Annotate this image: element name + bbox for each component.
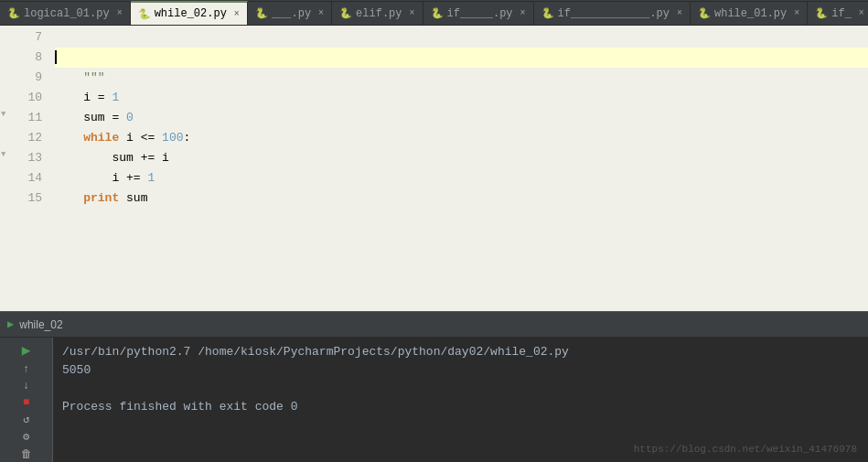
output-line-2: 5050 [62, 361, 859, 380]
code-line-12: while i <= 100: [55, 128, 868, 148]
tab-if1[interactable]: 🐍 if_____.py × [423, 1, 534, 25]
code-line-8 [55, 48, 868, 68]
output-container: /usr/bin/python2.7 /home/kiosk/PycharmPr… [53, 338, 868, 462]
kw-print: print [83, 191, 119, 205]
play-button[interactable]: ▶ [16, 341, 37, 360]
ident-i-13: i [162, 151, 169, 165]
code-line-7 [55, 27, 868, 48]
op-lte-12: <= [141, 131, 155, 145]
line-numbers: 7 8 9 10 11 12 13 14 15 [13, 26, 49, 311]
tab-blank[interactable]: 🐍 ___.py × [248, 1, 332, 25]
code-line-14: i += 1 [55, 168, 868, 188]
run-sidebar: ▶ ↑ ↓ ■ ↺ ⚙ 🗑 [0, 338, 53, 462]
code-content[interactable]: """ i = 1 sum = 0 while i <= 100: sum +=… [49, 26, 868, 311]
py-icon-if3: 🐍 [815, 7, 828, 19]
py-icon-active: 🐍 [138, 8, 151, 20]
num-1-10: 1 [112, 91, 119, 104]
close-icon-active[interactable]: × [234, 9, 240, 19]
close-icon-while01[interactable]: × [794, 8, 799, 18]
close-icon[interactable]: × [117, 8, 123, 18]
fold-arrow-14[interactable]: ▼ [1, 150, 5, 159]
run-output: /usr/bin/python2.7 /home/kiosk/PycharmPr… [53, 338, 868, 422]
close-icon-if1[interactable]: × [520, 8, 526, 18]
ident-i-12: i [126, 131, 134, 145]
tab-logical01[interactable]: 🐍 logical_01.py × [0, 1, 131, 25]
output-line-4: Process finished with exit code 0 [62, 398, 859, 416]
kw-while: while [83, 131, 119, 145]
editor-area: ▼ ▼ 7 8 9 10 11 12 13 14 15 """ i = 1 su… [0, 26, 868, 311]
bottom-panel: ▶ while_02 ▶ ↑ ↓ ■ ↺ ⚙ 🗑 /usr/bin/python… [0, 311, 868, 462]
rerun-button[interactable]: ↺ [16, 413, 37, 426]
ident-i-10: i [83, 91, 91, 104]
run-output-area: ▶ ↑ ↓ ■ ↺ ⚙ 🗑 /usr/bin/python2.7 /home/k… [0, 338, 868, 462]
py-icon-if2: 🐍 [541, 7, 554, 19]
num-1-14: 1 [147, 171, 155, 185]
close-icon-elif[interactable]: × [410, 8, 415, 18]
stop-button[interactable]: ■ [16, 396, 37, 409]
ident-sum-15: sum [126, 191, 147, 205]
line-num-13: 13 [13, 148, 42, 168]
line-num-10: 10 [13, 88, 42, 108]
string-token-9: """ [83, 70, 104, 84]
up-button[interactable]: ↑ [16, 363, 37, 376]
code-line-15: print sum [55, 188, 868, 209]
num-100-12: 100 [162, 131, 183, 145]
tab-if3[interactable]: 🐍 if_ × [808, 1, 868, 25]
py-icon: 🐍 [7, 7, 20, 19]
tab-while02[interactable]: 🐍 while_02.py × [131, 1, 248, 25]
output-line-1: /usr/bin/python2.7 /home/kiosk/PycharmPr… [62, 343, 859, 361]
watermark: https://blog.csdn.net/weixin_41476978 [634, 444, 857, 455]
py-icon-if1: 🐍 [431, 7, 444, 19]
line-num-14: 14 [13, 168, 42, 188]
trash-button[interactable]: 🗑 [16, 447, 37, 461]
num-0-11: 0 [126, 111, 134, 124]
line-num-15: 15 [13, 188, 42, 209]
ident-i-14: i [112, 171, 119, 185]
close-icon-blank[interactable]: × [318, 8, 324, 18]
close-icon-if2[interactable]: × [677, 8, 682, 18]
op-pluseq-13: += [141, 151, 155, 165]
py-icon-blank: 🐍 [255, 7, 268, 19]
op-eq-11: = [112, 111, 119, 124]
fold-gutter: ▼ ▼ [0, 26, 13, 311]
down-button[interactable]: ↓ [16, 380, 37, 392]
code-line-11: sum = 0 [55, 108, 868, 128]
ident-sum-11: sum [83, 111, 104, 124]
tab-while01[interactable]: 🐍 while_01.py × [691, 1, 808, 25]
op-eq-10: = [98, 91, 105, 104]
op-pluseq-14: += [126, 171, 141, 185]
line-num-12: 12 [13, 128, 42, 148]
tab-elif[interactable]: 🐍 elif.py × [332, 1, 423, 25]
line-num-7: 7 [13, 27, 42, 48]
code-line-13: sum += i [55, 148, 868, 168]
output-line-3 [62, 380, 859, 398]
text-cursor [55, 50, 57, 64]
tab-if2[interactable]: 🐍 if____________.py × [534, 1, 691, 25]
code-line-10: i = 1 [55, 88, 868, 108]
settings-button[interactable]: ⚙ [16, 430, 37, 444]
py-icon-while01: 🐍 [698, 7, 711, 19]
ident-sum-13: sum [112, 151, 133, 165]
fold-arrow-12[interactable]: ▼ [1, 110, 5, 119]
run-tab-bar: ▶ while_02 [0, 312, 868, 338]
run-tab-label[interactable]: while_02 [19, 318, 62, 331]
code-line-9: """ [55, 68, 868, 88]
line-num-11: 11 [13, 108, 42, 128]
op-colon-12: : [184, 131, 191, 145]
line-num-8: 8 [13, 48, 42, 68]
run-icon: ▶ [7, 317, 14, 331]
tab-bar: 🐍 logical_01.py × 🐍 while_02.py × 🐍 ___.… [0, 0, 868, 26]
py-icon-elif: 🐍 [339, 7, 352, 19]
line-num-9: 9 [13, 68, 42, 88]
close-icon-if3[interactable]: × [859, 8, 864, 18]
